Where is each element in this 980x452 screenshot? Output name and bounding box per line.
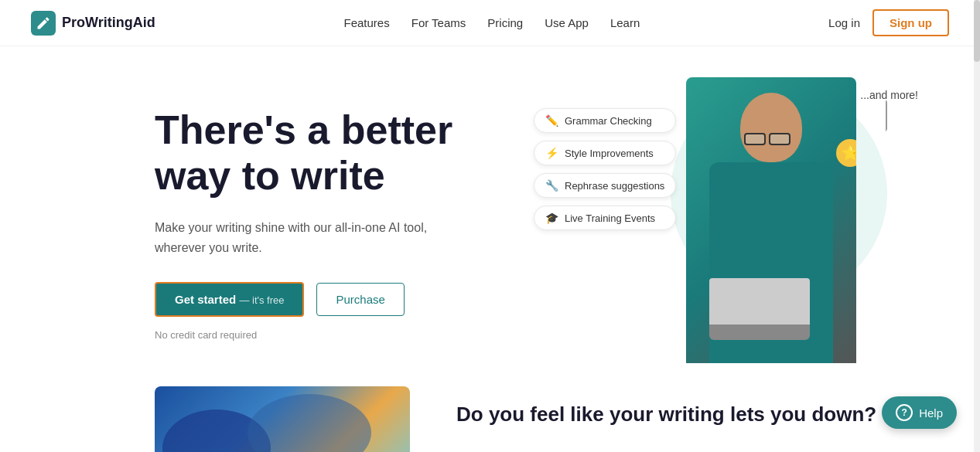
navbar: ProWritingAid Features For Teams Pricing… [0,0,980,46]
hero-buttons: Get started — it's free Purchase [155,282,526,317]
pill-training: 🎓 Live Training Events [534,206,676,230]
person-body [709,162,833,363]
star-badge: ⭐ [836,139,856,167]
bottom-heading: Do you feel like your writing lets you d… [456,402,876,428]
nav-links: Features For Teams Pricing Use App Learn [344,16,640,29]
login-link[interactable]: Log in [828,16,860,29]
and-more-line [886,100,887,131]
purchase-button[interactable]: Purchase [316,283,404,316]
pill-grammar: ✏️ Grammar Checking [534,108,676,133]
nav-for-teams[interactable]: For Teams [411,16,466,29]
glass-right [769,133,790,145]
hero-subtitle: Make your writing shine with our all-in-… [155,218,433,257]
get-started-button[interactable]: Get started — it's free [155,282,304,317]
and-more-label: ...and more! [860,89,918,101]
bottom-image [155,386,410,452]
pill-style: ⚡ Style Improvements [534,141,676,165]
no-credit-text: No credit card required [155,329,526,341]
nav-pricing[interactable]: Pricing [487,16,523,29]
rephrase-icon: 🔧 [545,179,558,192]
grammar-icon: ✏️ [545,114,558,127]
scrollbar-track[interactable] [974,0,980,452]
logo[interactable]: ProWritingAid [31,11,155,36]
laptop [709,278,810,340]
hero-right: ⭐ ✏️ Grammar Checking ⚡ Style Improvemen… [526,77,949,371]
hero-title: There's a better way to write [155,107,526,200]
hero-section: There's a better way to write Make your … [0,46,980,386]
hero-left: There's a better way to write Make your … [155,107,526,342]
training-icon: 🎓 [545,212,558,224]
laptop-screen [709,278,810,325]
person-glasses [740,133,794,145]
logo-icon [31,11,56,36]
bottom-text-block: Do you feel like your writing lets you d… [456,386,876,428]
bottom-section: Do you feel like your writing lets you d… [0,386,980,452]
pill-rephrase: 🔧 Rephrase suggestions [534,173,676,198]
feature-pills: ✏️ Grammar Checking ⚡ Style Improvements… [534,108,676,230]
brand-name: ProWritingAid [62,15,155,31]
person-silhouette: ⭐ [686,77,856,363]
glass-left [744,133,766,145]
nav-actions: Log in Sign up [828,9,949,36]
person-head [740,93,802,162]
hero-person-illustration: ⭐ [686,77,856,363]
style-icon: ⚡ [545,147,558,159]
bottom-image-overlay [155,386,410,452]
nav-features[interactable]: Features [344,16,390,29]
scrollbar-thumb[interactable] [974,0,980,62]
nav-learn[interactable]: Learn [610,16,640,29]
signup-button[interactable]: Sign up [872,9,949,36]
help-icon: ? [896,404,913,421]
nav-use-app[interactable]: Use App [545,16,589,29]
logo-svg [36,15,51,31]
help-button[interactable]: ? Help [882,396,957,429]
